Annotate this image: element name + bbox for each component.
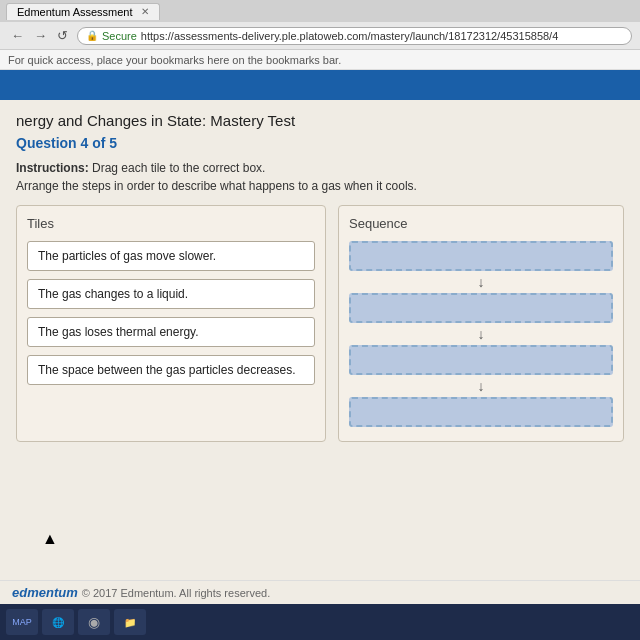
- browser-tab[interactable]: Edmentum Assessment ✕: [6, 3, 160, 20]
- tab-label: Edmentum Assessment: [17, 6, 133, 18]
- bookmarks-bar: For quick access, place your bookmarks h…: [0, 50, 640, 70]
- taskbar: MAP 🌐 ◉ 📁: [0, 604, 640, 640]
- arrow-down-3: ↓: [349, 379, 613, 393]
- url-bar[interactable]: 🔒 Secure https://assessments-delivery.pl…: [77, 27, 632, 45]
- arrange-text: Arrange the steps in order to describe w…: [16, 179, 624, 193]
- instructions-line: Instructions: Drag each tile to the corr…: [16, 161, 624, 175]
- sequence-panel: Sequence ↓ ↓ ↓: [338, 205, 624, 442]
- sequence-panel-title: Sequence: [349, 216, 613, 231]
- arrow-down-1: ↓: [349, 275, 613, 289]
- refresh-button[interactable]: ↺: [54, 28, 71, 43]
- url-text: https://assessments-delivery.ple.platowe…: [141, 30, 558, 42]
- back-button[interactable]: ←: [8, 28, 27, 43]
- lock-icon: 🔒: [86, 30, 98, 41]
- taskbar-item-browser[interactable]: 🌐: [42, 609, 74, 635]
- columns-container: Tiles The particles of gas move slower. …: [16, 205, 624, 442]
- sequence-slot-1[interactable]: [349, 241, 613, 271]
- nav-icons: ← → ↺: [8, 28, 71, 43]
- forward-button[interactable]: →: [31, 28, 50, 43]
- footer-copyright: © 2017 Edmentum. All rights reserved.: [82, 587, 270, 599]
- instructions-bold: Instructions:: [16, 161, 89, 175]
- page-title: nergy and Changes in State: Mastery Test: [16, 112, 624, 129]
- sequence-slot-2[interactable]: [349, 293, 613, 323]
- instructions-text: Drag each tile to the correct box.: [89, 161, 266, 175]
- question-label: Question 4 of 5: [16, 135, 624, 151]
- tile-2[interactable]: The gas changes to a liquid.: [27, 279, 315, 309]
- sequence-slot-4[interactable]: [349, 397, 613, 427]
- arrow-down-2: ↓: [349, 327, 613, 341]
- tile-3[interactable]: The gas loses thermal energy.: [27, 317, 315, 347]
- app-header: [0, 70, 640, 100]
- cursor: ▲: [42, 530, 58, 548]
- tiles-panel-title: Tiles: [27, 216, 315, 231]
- taskbar-item-map[interactable]: MAP: [6, 609, 38, 635]
- secure-label: Secure: [102, 30, 137, 42]
- taskbar-item-folder[interactable]: 📁: [114, 609, 146, 635]
- edmentum-logo: edmentum: [12, 585, 78, 600]
- tab-close-icon[interactable]: ✕: [141, 6, 149, 17]
- content-area: nergy and Changes in State: Mastery Test…: [0, 100, 640, 454]
- app-footer: edmentum © 2017 Edmentum. All rights res…: [0, 580, 640, 604]
- browser-bar: ← → ↺ 🔒 Secure https://assessments-deliv…: [0, 22, 640, 50]
- sequence-slot-3[interactable]: [349, 345, 613, 375]
- tiles-panel: Tiles The particles of gas move slower. …: [16, 205, 326, 442]
- bookmarks-text: For quick access, place your bookmarks h…: [8, 54, 341, 66]
- taskbar-item-chrome[interactable]: ◉: [78, 609, 110, 635]
- tab-bar: Edmentum Assessment ✕: [0, 0, 640, 22]
- tile-1[interactable]: The particles of gas move slower.: [27, 241, 315, 271]
- tile-4[interactable]: The space between the gas particles decr…: [27, 355, 315, 385]
